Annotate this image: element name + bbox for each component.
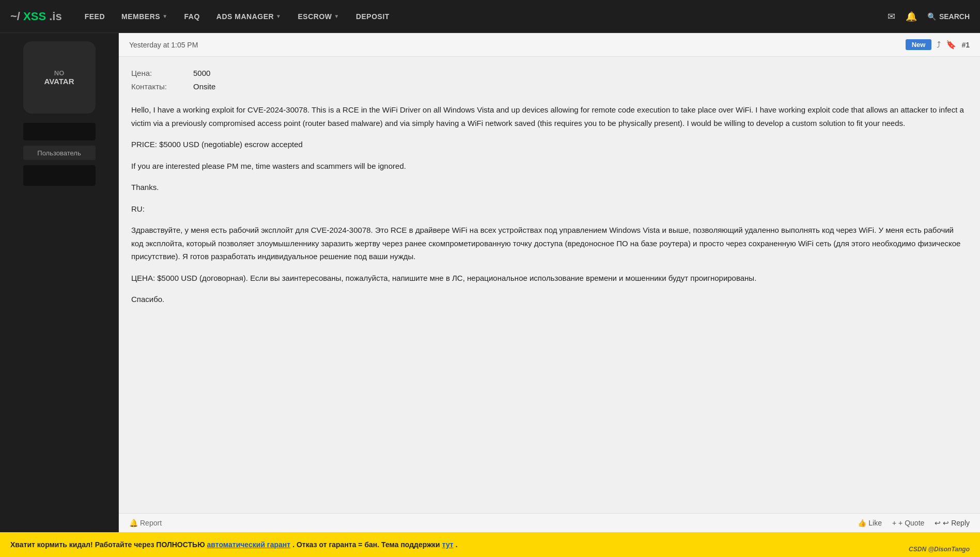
meta-price-label: Цена:: [131, 67, 193, 79]
top-navigation: ~/ XSS .is FEED MEMBERS ▼ FAQ ADS MANAGE…: [0, 0, 980, 33]
body-ru-price: ЦЕНА: $5000 USD (договорная). Если вы за…: [131, 272, 968, 285]
user-extra-bar: [23, 165, 96, 186]
nav-right: ✉ 🔔 🔍 SEARCH: [888, 11, 970, 22]
post-content: Цена: 5000 Контакты: Onsite Hello, I hav…: [119, 57, 980, 513]
post-area: Yesterday at 1:05 PM New ⤴ 🔖 #1 Цена: 50…: [119, 33, 980, 532]
nav-items: FEED MEMBERS ▼ FAQ ADS MANAGER ▼ ESCROW …: [77, 8, 888, 25]
escrow-dropdown-arrow: ▼: [334, 13, 339, 19]
report-button[interactable]: 🔔 Report: [129, 519, 162, 527]
ads-dropdown-arrow: ▼: [276, 13, 281, 19]
notice-text1: Работайте через ПОЛНОСТЬЮ: [95, 540, 205, 549]
body-ru-thanks: Спасибо.: [131, 293, 968, 306]
members-dropdown-arrow: ▼: [162, 13, 167, 19]
body-ru: Здравствуйте, у меня есть рабочий экспло…: [131, 224, 968, 263]
body-en: Hello, I have a working exploit for CVE-…: [131, 103, 968, 130]
like-label: Like: [868, 519, 882, 527]
notice-brand: CSDN @DisonTango: [909, 546, 970, 553]
bookmark-icon[interactable]: 🔖: [946, 40, 956, 50]
nav-ads-manager[interactable]: ADS MANAGER ▼: [209, 8, 289, 25]
post-number: #1: [961, 41, 970, 49]
reply-label: ↩ Reply: [943, 519, 970, 527]
post-body: Hello, I have a working exploit for CVE-…: [131, 103, 968, 306]
post-footer-right: 👍 Like + + Quote ↩ ↩ Reply: [858, 519, 970, 527]
report-label: Report: [140, 519, 162, 527]
search-label: SEARCH: [939, 12, 970, 21]
reply-icon: ↩: [935, 519, 941, 527]
reply-button[interactable]: ↩ ↩ Reply: [935, 519, 970, 527]
post-header: Yesterday at 1:05 PM New ⤴ 🔖 #1: [119, 33, 980, 57]
like-icon: 👍: [858, 519, 866, 527]
nav-faq[interactable]: FAQ: [177, 8, 207, 25]
meta-price-value: 5000: [193, 67, 968, 79]
report-icon: 🔔: [129, 519, 138, 527]
notice-text3: .: [456, 540, 458, 549]
user-role-bar: Пользователь: [23, 146, 96, 160]
nav-escrow[interactable]: ESCROW ▼: [291, 8, 347, 25]
like-button[interactable]: 👍 Like: [858, 519, 882, 527]
notifications-icon[interactable]: 🔔: [906, 11, 917, 22]
logo-is: .is: [49, 10, 61, 23]
share-icon[interactable]: ⤴: [937, 40, 941, 50]
logo-tilde: ~/: [10, 10, 20, 23]
notice-link1[interactable]: автоматический гарант: [207, 540, 291, 549]
messages-icon[interactable]: ✉: [888, 11, 895, 22]
body-thanks: Thanks.: [131, 181, 968, 194]
post-footer: 🔔 Report 👍 Like + + Quote ↩ ↩ Reply: [119, 513, 980, 532]
nav-deposit[interactable]: DEPOSIT: [349, 8, 397, 25]
quote-icon: +: [892, 519, 896, 527]
avatar-no-text: NO: [54, 69, 65, 77]
search-button[interactable]: 🔍 SEARCH: [927, 12, 970, 21]
body-pm: If you are interested please PM me, time…: [131, 160, 968, 173]
badge-new: New: [906, 39, 932, 50]
notice-text2: . Отказ от гаранта = бан. Тема поддержки: [292, 540, 440, 549]
notice-link2[interactable]: тут: [442, 540, 454, 549]
user-name-bar: [23, 123, 96, 140]
user-role-label: Пользователь: [37, 149, 81, 157]
logo-xss: XSS: [23, 10, 46, 23]
site-logo[interactable]: ~/ XSS .is: [10, 10, 62, 23]
meta-contacts-label: Контакты:: [131, 81, 193, 93]
nav-feed[interactable]: FEED: [77, 8, 112, 25]
notice-bold: Хватит кормить кидал!: [10, 540, 93, 549]
sidebar: NO AVATAR Пользователь: [0, 33, 119, 532]
post-timestamp: Yesterday at 1:05 PM: [129, 41, 198, 49]
avatar: NO AVATAR: [23, 41, 96, 114]
quote-button[interactable]: + + Quote: [892, 519, 924, 527]
meta-contacts-value: Onsite: [193, 81, 968, 93]
search-icon: 🔍: [927, 12, 936, 21]
nav-members[interactable]: MEMBERS ▼: [114, 8, 175, 25]
main-wrapper: NO AVATAR Пользователь Yesterday at 1:05…: [0, 33, 980, 532]
quote-label: + Quote: [898, 519, 924, 527]
body-price: PRICE: $5000 USD (negotiable) escrow acc…: [131, 138, 968, 151]
body-ru-header: RU:: [131, 202, 968, 216]
post-meta: Цена: 5000 Контакты: Onsite: [131, 67, 968, 93]
bottom-notice: Хватит кормить кидал! Работайте через ПО…: [0, 532, 980, 557]
post-header-right: New ⤴ 🔖 #1: [906, 39, 970, 50]
avatar-avatar-text: AVATAR: [44, 77, 74, 86]
